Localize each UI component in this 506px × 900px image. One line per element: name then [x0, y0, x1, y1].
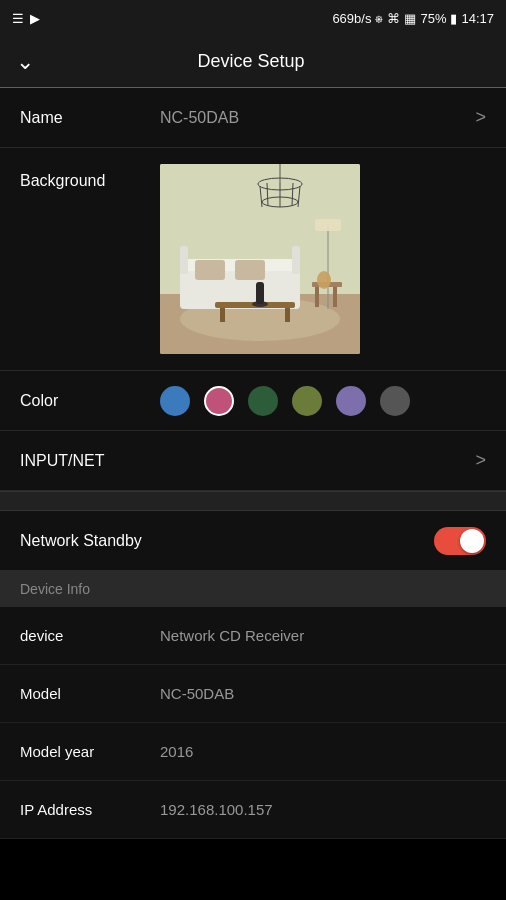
color-row: Color [0, 371, 506, 431]
name-label: Name [20, 109, 160, 127]
bluetooth-icon: ⎈ [375, 11, 383, 26]
media-icon: ▶ [30, 11, 40, 26]
svg-rect-26 [333, 287, 337, 307]
network-standby-toggle[interactable] [434, 527, 486, 555]
network-standby-row: Network Standby [0, 511, 506, 571]
background-label: Background [20, 164, 160, 190]
name-row[interactable]: Name NC-50DAB > [0, 88, 506, 148]
speed-indicator: 669b/s [332, 11, 371, 26]
page-title: Device Setup [46, 51, 456, 72]
device-info-label: Device Info [20, 581, 90, 597]
svg-rect-11 [285, 308, 290, 322]
ip-address-label: IP Address [20, 801, 160, 818]
input-net-label: INPUT/NET [20, 452, 160, 470]
color-circle-olive[interactable] [292, 386, 322, 416]
input-net-row[interactable]: INPUT/NET > [0, 431, 506, 491]
model-value: NC-50DAB [160, 685, 234, 702]
status-right: 669b/s ⎈ ⌘ ▦ 75% ▮ 14:17 [332, 11, 494, 26]
model-year-label: Model year [20, 743, 160, 760]
color-circle-green[interactable] [248, 386, 278, 416]
model-label: Model [20, 685, 160, 702]
name-value: NC-50DAB [160, 109, 475, 127]
clock: 14:17 [461, 11, 494, 26]
color-circle-blue[interactable] [160, 386, 190, 416]
svg-rect-23 [315, 219, 341, 231]
svg-rect-7 [195, 260, 225, 280]
content: Name NC-50DAB > Background [0, 88, 506, 839]
color-circles [160, 386, 410, 416]
svg-rect-6 [292, 246, 300, 274]
status-left: ☰ ▶ [12, 11, 40, 26]
color-circle-gray[interactable] [380, 386, 410, 416]
background-image [160, 164, 360, 354]
section-divider [0, 491, 506, 511]
model-row: Model NC-50DAB [0, 665, 506, 723]
ip-address-row: IP Address 192.168.100.157 [0, 781, 506, 839]
svg-rect-5 [180, 246, 188, 274]
svg-point-27 [317, 271, 331, 289]
device-info-header: Device Info [0, 571, 506, 607]
device-type-label: device [20, 627, 160, 644]
battery-icon: ▮ [450, 11, 457, 26]
color-circle-pink[interactable] [204, 386, 234, 416]
header: ⌄ Device Setup [0, 36, 506, 88]
input-net-chevron-icon: > [475, 450, 486, 471]
wifi-icon: ⌘ [387, 11, 400, 26]
svg-rect-13 [256, 282, 264, 304]
signal-icon: ▦ [404, 11, 416, 26]
network-standby-label: Network Standby [20, 532, 434, 550]
background-image-container: > [160, 164, 486, 354]
back-button[interactable]: ⌄ [16, 49, 34, 75]
ip-address-value: 192.168.100.157 [160, 801, 273, 818]
device-type-row: device Network CD Receiver [0, 607, 506, 665]
model-year-row: Model year 2016 [0, 723, 506, 781]
svg-rect-25 [315, 287, 319, 307]
toggle-knob [460, 529, 484, 553]
svg-rect-8 [235, 260, 265, 280]
device-type-value: Network CD Receiver [160, 627, 304, 644]
model-year-value: 2016 [160, 743, 193, 760]
svg-rect-10 [220, 308, 225, 322]
battery-text: 75% [420, 11, 446, 26]
color-label: Color [20, 392, 160, 410]
name-chevron-icon: > [475, 107, 486, 128]
background-row[interactable]: Background [0, 148, 506, 371]
notification-icon: ☰ [12, 11, 24, 26]
color-circle-purple[interactable] [336, 386, 366, 416]
status-bar: ☰ ▶ 669b/s ⎈ ⌘ ▦ 75% ▮ 14:17 [0, 0, 506, 36]
